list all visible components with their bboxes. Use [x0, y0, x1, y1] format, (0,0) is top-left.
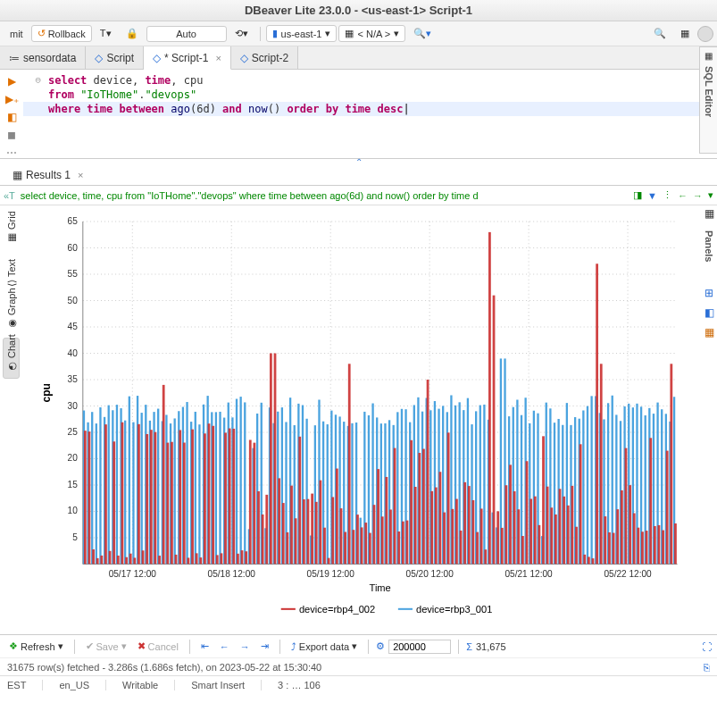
svg-rect-44 [91, 412, 93, 564]
notifications-icon[interactable]: ▦ [674, 25, 696, 42]
editor-tab[interactable]: ◇ Script [86, 46, 144, 69]
svg-rect-80 [239, 397, 241, 564]
connection-combo[interactable]: ▮us-east-1 ▾ [266, 25, 338, 42]
svg-rect-186 [84, 431, 87, 564]
svg-rect-327 [666, 451, 669, 565]
svg-rect-301 [559, 489, 562, 564]
svg-rect-274 [447, 432, 450, 564]
status-db-icon[interactable]: ⎘ [704, 662, 710, 673]
commit-button[interactable]: mit [4, 26, 29, 42]
svg-rect-320 [637, 528, 639, 565]
svg-rect-304 [571, 486, 573, 564]
editor-tab[interactable]: ◇* Script-1× [144, 46, 231, 70]
refresh-button[interactable]: ❖Refresh ▾ [5, 639, 67, 654]
run-script-icon[interactable]: ▶₊ [5, 93, 19, 105]
svg-rect-267 [418, 453, 421, 564]
history-button[interactable]: ⟲▾ [229, 25, 254, 42]
cancel-button[interactable]: ✖Cancel [134, 639, 182, 654]
svg-rect-290 [513, 491, 516, 564]
sql-file-icon: ◇ [240, 52, 248, 64]
editor-tab[interactable]: ◇ Script-2 [231, 46, 298, 69]
sql-editor[interactable]: ⊖select device, time, cpufrom "IoTHome".… [23, 70, 717, 158]
view-chart-button[interactable]: ◔Chart [3, 338, 20, 379]
footer-locale[interactable]: en_US [59, 680, 106, 690]
save-button[interactable]: ✔Save ▾ [82, 639, 130, 654]
svg-rect-326 [662, 531, 664, 565]
pane-divider[interactable] [0, 159, 717, 164]
table-icon: ≔ [9, 52, 20, 64]
close-icon[interactable]: × [78, 170, 83, 180]
gear-icon[interactable]: ⚙ [376, 640, 385, 652]
results-tab[interactable]: ▦Results 1× [4, 165, 92, 185]
first-row-icon[interactable]: ⇤ [197, 639, 213, 654]
svg-rect-188 [92, 549, 95, 564]
search-icon[interactable]: 🔍 [647, 25, 672, 42]
view-graph-button[interactable]: ◉Graph [3, 295, 20, 336]
svg-rect-203 [154, 432, 157, 565]
svg-rect-60 [157, 409, 159, 565]
database-combo[interactable]: ▦< N/A > ▾ [338, 25, 405, 42]
svg-rect-265 [410, 440, 413, 565]
commit-mode-combo[interactable]: Auto [146, 26, 227, 42]
svg-text:45: 45 [68, 322, 79, 331]
maximize-icon[interactable]: ⛶ [702, 641, 712, 652]
svg-rect-289 [509, 464, 512, 564]
svg-text:65: 65 [68, 216, 79, 226]
svg-rect-230 [265, 495, 268, 565]
svg-rect-321 [641, 531, 644, 564]
result-view-area: ▦Grid⟨⟩Text◉Graph◔Chart 5101520253035404… [0, 205, 717, 634]
chart-icon: ◔ [5, 361, 17, 372]
view-text-button[interactable]: ⟨⟩Text [3, 252, 20, 293]
export-button[interactable]: ⤴Export data ▾ [288, 639, 361, 654]
more-icon[interactable]: ⋯ [6, 146, 17, 159]
svg-rect-263 [402, 522, 404, 565]
view-grid-button[interactable]: ▦Grid [3, 209, 20, 250]
svg-rect-296 [538, 525, 541, 565]
svg-rect-308 [588, 556, 590, 564]
dropdown-icon[interactable]: ▾ [708, 189, 713, 201]
next-page-icon[interactable]: → [237, 640, 254, 654]
options-icon[interactable]: ⋮ [663, 189, 672, 201]
svg-rect-278 [463, 482, 466, 565]
svg-rect-224 [241, 550, 244, 564]
svg-rect-245 [328, 558, 330, 565]
svg-rect-285 [493, 296, 496, 565]
svg-rect-329 [674, 523, 677, 564]
svg-rect-319 [633, 514, 636, 565]
prev-page-icon[interactable]: ← [216, 640, 233, 654]
footer-insert[interactable]: Smart Insert [191, 680, 262, 690]
lock-icon[interactable]: 🔒 [120, 25, 145, 42]
prev-query-icon[interactable]: ← [678, 190, 688, 201]
tab-label: * Script-1 [164, 52, 208, 64]
svg-rect-297 [542, 436, 545, 564]
fetch-size-input[interactable] [388, 640, 451, 654]
last-row-icon[interactable]: ⇥ [257, 639, 272, 654]
svg-rect-323 [649, 438, 652, 564]
stop-icon[interactable]: ◼ [7, 129, 16, 141]
svg-rect-194 [117, 556, 120, 564]
footer-mode[interactable]: Writable [122, 680, 175, 690]
svg-rect-243 [319, 481, 321, 565]
run-statement-icon[interactable]: ▶ [8, 75, 16, 88]
sql-editor-side-tab[interactable]: ▦ SQL Editor [699, 46, 717, 154]
tab-label: sensordata [23, 52, 76, 64]
svg-rect-244 [323, 528, 326, 565]
svg-text:35: 35 [68, 374, 79, 384]
search-toolbar-icon[interactable]: 🔍▾ [407, 25, 438, 42]
explain-icon[interactable]: ◧ [7, 111, 17, 123]
svg-rect-302 [563, 497, 565, 565]
svg-rect-303 [567, 506, 570, 565]
filter-icon[interactable]: ▼ [647, 190, 657, 201]
sql-editor-side-icon: ▦ [704, 51, 713, 61]
svg-rect-292 [521, 536, 524, 564]
tx-mode-button[interactable]: T▾ [94, 25, 118, 42]
rollback-button[interactable]: ↺Rollback [31, 25, 92, 42]
close-icon[interactable]: × [215, 53, 221, 63]
svg-rect-258 [381, 516, 384, 564]
editor-tab[interactable]: ≔sensordata [0, 46, 86, 69]
svg-rect-64 [174, 418, 176, 564]
avatar[interactable] [697, 26, 713, 42]
eraser-icon[interactable]: ◨ [633, 189, 642, 201]
next-query-icon[interactable]: → [693, 190, 703, 201]
graph-icon: ◉ [5, 318, 17, 330]
